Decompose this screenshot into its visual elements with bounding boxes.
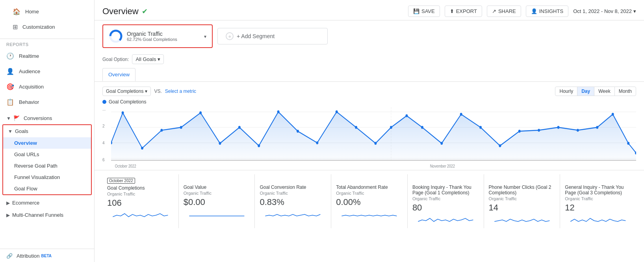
goal-dropdown[interactable]: All Goals ▾: [132, 54, 164, 64]
date-chevron-icon: ▾: [633, 8, 636, 14]
legend-dot: [102, 100, 106, 104]
metric-dropdown-label: Goal Completions: [106, 89, 143, 94]
sparkline-1: [184, 209, 250, 218]
save-label: SAVE: [421, 8, 435, 14]
chart-svg: October 2022 November 2022: [111, 107, 636, 170]
share-button[interactable]: ↗ SHARE: [487, 6, 521, 17]
segment-card-organic[interactable]: Organic Traffic 62.72% Goal Completions: [102, 24, 213, 48]
sidebar-item-realtime[interactable]: 🕐 Realtime: [0, 48, 94, 64]
chart-dot: [577, 129, 579, 131]
overview-nav-label: Overview: [14, 140, 37, 146]
stat-value-4: 80: [412, 203, 479, 213]
stat-period-badge: October 2022: [107, 178, 135, 184]
chart-dot: [238, 126, 241, 129]
chart-dot: [612, 113, 614, 116]
stat-sublabel-1: Organic Traffic: [184, 191, 250, 196]
chart-dot: [355, 126, 357, 129]
metric-dropdown[interactable]: Goal Completions ▾: [102, 87, 151, 96]
chart-dot: [390, 126, 392, 129]
time-btn-week[interactable]: Week: [594, 87, 614, 96]
insights-button[interactable]: 👤 INSIGHTS: [526, 6, 568, 17]
realtime-label: Realtime: [19, 53, 39, 59]
triangle-down-icon: ▼: [6, 116, 11, 121]
segment-chevron-icon: [204, 33, 206, 39]
chart-dot: [199, 111, 202, 114]
stat-sublabel-2: Organic Traffic: [260, 191, 326, 196]
segment-bar: Organic Traffic 62.72% Goal Completions …: [95, 20, 644, 52]
stat-label-3: Total Abandonment Rate: [336, 185, 403, 190]
stat-card-booking-inquiry: Booking Inquiry - Thank You Page (Goal 1…: [408, 174, 484, 228]
chart-y-labels: 6 4 2 ...: [102, 107, 110, 162]
sidebar-child-overview[interactable]: Overview: [3, 137, 91, 149]
sidebar-child-goal-flow[interactable]: Goal Flow: [3, 183, 91, 194]
sidebar-item-attribution[interactable]: 🔗 Attribution BETA: [0, 249, 94, 262]
home-icon: 🏠: [13, 8, 20, 15]
goal-urls-label: Goal URLs: [14, 151, 39, 157]
add-segment-label: + Add Segment: [237, 33, 275, 39]
chart-dot: [297, 130, 299, 133]
main-content: Overview ✔ 💾 SAVE ⬆ EXPORT ↗ SHARE 👤 INS…: [95, 0, 644, 262]
header-actions: 💾 SAVE ⬆ EXPORT ↗ SHARE 👤 INSIGHTS Oct 1…: [408, 6, 636, 17]
select-metric-link[interactable]: Select a metric: [165, 89, 196, 94]
stat-card-general-inquiry: General Inquiry - Thank You Page (Goal 3…: [560, 174, 636, 228]
sidebar-item-home[interactable]: 🏠 Home: [6, 4, 88, 19]
goal-option-row: Goal Option: All Goals ▾: [95, 52, 644, 66]
sidebar-item-ecommerce[interactable]: ▶ Ecommerce: [0, 197, 94, 209]
export-button[interactable]: ⬆ EXPORT: [445, 6, 482, 17]
stat-card-abandonment-rate: Total Abandonment Rate Organic Traffic 0…: [331, 174, 408, 228]
add-segment-button[interactable]: ○ + Add Segment: [217, 28, 328, 44]
share-label: SHARE: [498, 8, 516, 14]
segment-sub: 62.72% Goal Completions: [127, 37, 200, 42]
person-icon: 👤: [6, 68, 14, 75]
chart-dot: [596, 126, 598, 129]
behavior-label: Behavior: [19, 99, 39, 105]
ecommerce-label: Ecommerce: [12, 200, 39, 206]
chart-dot: [374, 142, 377, 145]
sidebar-item-customization[interactable]: ⊞ Customization: [6, 19, 88, 35]
sidebar: 🏠 Home ⊞ Customization REPORTS 🕐 Realtim…: [0, 0, 95, 262]
sidebar-home-label: Home: [25, 9, 39, 15]
reverse-goal-path-label: Reverse Goal Path: [14, 163, 58, 169]
stat-card-goal-completions: October 2022 Goal Completions Organic Tr…: [102, 174, 179, 228]
beta-badge: BETA: [41, 254, 52, 258]
page-header: Overview ✔ 💾 SAVE ⬆ EXPORT ↗ SHARE 👤 INS…: [95, 0, 644, 20]
chart-dot: [421, 126, 423, 129]
share-icon: ↗: [492, 8, 496, 14]
verified-icon: ✔: [142, 7, 148, 16]
time-btn-month[interactable]: Month: [614, 87, 636, 96]
sidebar-item-acquisition[interactable]: 🎯 Acquisition: [0, 79, 94, 94]
sidebar-item-conversions[interactable]: ▼ 🚩 Conversions: [0, 112, 94, 124]
goal-option-label: Goal Option:: [102, 57, 129, 62]
metric-dropdown-arrow: ▾: [145, 89, 147, 94]
clock-icon: 🕐: [6, 52, 14, 60]
flag-icon: 🚩: [13, 115, 20, 121]
stat-value-1: $0.00: [184, 197, 250, 207]
sidebar-item-multi-channel[interactable]: ▶ Multi-Channel Funnels: [0, 209, 94, 221]
sidebar-item-goals[interactable]: ▼ Goals: [3, 125, 91, 137]
sparkline-4: [412, 214, 479, 224]
sidebar-item-audience[interactable]: 👤 Audience: [0, 64, 94, 79]
sparkline-6: [565, 214, 631, 224]
stat-sublabel-3: Organic Traffic: [336, 191, 403, 196]
goals-label: Goals: [15, 128, 28, 134]
sidebar-section-reports: REPORTS 🕐 Realtime 👤 Audience 🎯 Acquisit…: [0, 39, 94, 223]
date-range-picker[interactable]: Oct 1, 2022 - Nov 8, 2022 ▾: [573, 8, 636, 14]
time-btn-day[interactable]: Day: [577, 87, 594, 96]
sidebar-item-behavior[interactable]: 📋 Behavior: [0, 94, 94, 110]
sidebar-child-goal-urls[interactable]: Goal URLs: [3, 149, 91, 160]
stat-label-2: Goal Conversion Rate: [260, 185, 326, 190]
chart-dot: [538, 129, 540, 131]
save-button[interactable]: 💾 SAVE: [408, 6, 440, 17]
sidebar-child-reverse-goal-path[interactable]: Reverse Goal Path: [3, 160, 91, 172]
date-range-text: Oct 1, 2022 - Nov 8, 2022: [573, 8, 632, 14]
stat-value-3: 0.00%: [336, 197, 403, 207]
acquisition-label: Acquisition: [19, 84, 44, 90]
stat-card-goal-conversion-rate: Goal Conversion Rate Organic Traffic 0.8…: [255, 174, 331, 228]
goals-section: ▼ Goals Overview Goal URLs Reverse Goal …: [2, 124, 92, 195]
segment-info: Organic Traffic 62.72% Goal Completions: [127, 31, 200, 42]
tab-overview[interactable]: Overview: [102, 68, 135, 81]
sparkline-2: [260, 209, 326, 218]
time-btn-hourly[interactable]: Hourly: [555, 87, 577, 96]
chart-dot: [316, 141, 318, 144]
sidebar-child-funnel-visualization[interactable]: Funnel Visualization: [3, 172, 91, 183]
